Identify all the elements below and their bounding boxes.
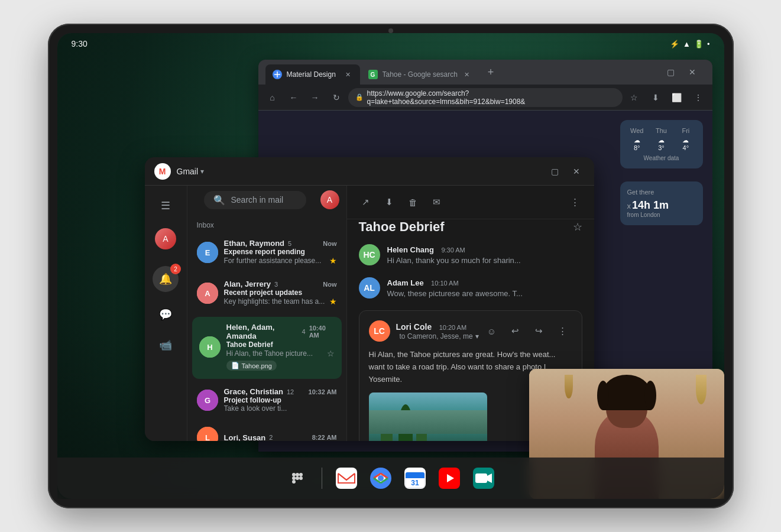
- more-options-button[interactable]: ⋮: [553, 322, 572, 340]
- sidebar-menu-icon[interactable]: ☰: [153, 193, 179, 219]
- tablet-frame: 9:30 ⚡ ▲ 🔋 • Material Design ✕: [48, 24, 734, 508]
- chrome-tab-material-design[interactable]: Material Design ✕: [265, 64, 360, 85]
- reload-button[interactable]: ↻: [327, 88, 346, 107]
- email-item[interactable]: L Lori, Susan 2 8:22 AM: [187, 421, 346, 441]
- email-sender-2: Alan, Jerrery: [224, 280, 271, 288]
- chrome-tab-bar: Material Design ✕ G Tahoe - Google sesar…: [258, 60, 712, 85]
- thread-item-2: AL Adam Lee 10:10 AM Wow, these pictures…: [359, 277, 582, 299]
- email-count-4: 12: [287, 388, 294, 395]
- home-button[interactable]: ⌂: [263, 88, 282, 107]
- thread-sender-1: Helen Chang: [387, 245, 434, 254]
- taskbar-calendar[interactable]: 31: [401, 465, 429, 492]
- tab-label-tahoe: Tahoe - Google sesarch: [383, 70, 458, 79]
- reply-time-3: 10:20 AM: [439, 324, 466, 331]
- svg-text:L: L: [205, 433, 210, 441]
- taskbar-gmail[interactable]: [333, 465, 360, 492]
- apps-grid-button[interactable]: [284, 465, 311, 492]
- chat-button[interactable]: 💬: [153, 301, 179, 327]
- sidebar-avatar[interactable]: A: [153, 226, 179, 252]
- email-count-3: 4: [302, 328, 306, 335]
- gmail-maximize-button[interactable]: ▢: [547, 163, 563, 180]
- attachment-chip: 📄 Tahoe.png: [226, 361, 277, 371]
- thread-preview-2: Wow, these picturese are awesome. T...: [387, 289, 582, 298]
- new-tab-button[interactable]: +: [482, 64, 499, 80]
- forward-button[interactable]: →: [306, 88, 325, 107]
- search-avatar: A: [320, 190, 339, 209]
- email-item-active[interactable]: H Helen, Adam, Amanda 4 10:40 AM Tahoe D…: [192, 317, 342, 379]
- taskbar-divider: [322, 468, 322, 489]
- weather-days: Wed ☁ 8° Thu ☁ 3° Fri ☁ 4°: [627, 127, 696, 151]
- wifi-icon: ▲: [683, 40, 691, 48]
- close-button[interactable]: ✕: [684, 64, 701, 80]
- email-item[interactable]: G Grace, Christian 12 10:32 AM Project f…: [187, 381, 346, 421]
- address-text: https://www.google.com/search?q=lake+tah…: [367, 89, 615, 106]
- detail-star-button[interactable]: ☆: [573, 220, 582, 233]
- email-time-3: 10:40 AM: [309, 325, 335, 339]
- delete-button[interactable]: 🗑: [404, 193, 423, 212]
- tab-label-material: Material Design: [287, 70, 336, 79]
- extensions-button[interactable]: ⬜: [667, 88, 686, 107]
- maximize-button[interactable]: ▢: [663, 64, 679, 80]
- lock-icon: 🔒: [355, 93, 364, 101]
- gmail-search-bar[interactable]: 🔍 Search in mail: [204, 191, 306, 209]
- more-button[interactable]: ⋮: [566, 193, 585, 212]
- email-subject-4: Project follow-up: [224, 396, 337, 404]
- address-bar[interactable]: 🔒 https://www.google.com/search?q=lake+t…: [348, 88, 623, 107]
- email-avatar: A: [197, 283, 218, 304]
- email-preview-3: Hi Alan, the Tahoe picture...: [226, 349, 313, 358]
- archive-button[interactable]: ⬇: [380, 193, 399, 212]
- svg-point-13: [299, 473, 303, 476]
- thread-time-1: 9:30 AM: [441, 246, 465, 254]
- search-placeholder[interactable]: Search in mail: [231, 195, 297, 205]
- taskbar-meet[interactable]: [470, 465, 497, 492]
- email-time-2: Now: [323, 281, 336, 288]
- meet-button[interactable]: 📹: [153, 332, 179, 358]
- email-count-2: 3: [274, 281, 278, 288]
- back-button[interactable]: ←: [284, 88, 303, 107]
- taskbar-youtube[interactable]: [436, 465, 463, 492]
- email-sender-3: Helen, Adam, Amanda: [226, 323, 299, 340]
- emoji-button[interactable]: ☺: [482, 322, 501, 340]
- attachment-label: Tahoe.png: [242, 362, 272, 369]
- meet-icon: 📹: [159, 339, 172, 352]
- taskbar-chrome[interactable]: [367, 465, 394, 492]
- svg-rect-25: [406, 476, 424, 478]
- bookmark-button[interactable]: ☆: [625, 88, 644, 107]
- travel-time: 14h 1m: [632, 199, 669, 212]
- gmail-title-bar: M Gmail ▾ ▢ ✕: [145, 157, 594, 186]
- email-item[interactable]: A Alan, Jerrery 3 Now Recent project upd…: [187, 274, 346, 314]
- download-button[interactable]: ⬇: [646, 88, 665, 107]
- gmail-close-button[interactable]: ✕: [568, 163, 585, 180]
- weather-data-label: Weather data: [627, 155, 696, 161]
- svg-text:H: H: [207, 343, 212, 352]
- menu-button[interactable]: ⋮: [689, 88, 708, 107]
- open-button[interactable]: ↗: [357, 193, 375, 212]
- mark-unread-button[interactable]: ✉: [427, 193, 446, 212]
- svg-point-21: [378, 475, 384, 481]
- camera: [388, 28, 393, 33]
- email-count-1: 5: [288, 240, 291, 247]
- svg-text:31: 31: [411, 479, 419, 487]
- notification-button[interactable]: 🔔 2: [153, 266, 179, 292]
- chrome-toolbar: ⌂ ← → ↻ 🔒 https://www.google.com/search?…: [258, 85, 712, 111]
- thread-sender-2: Adam Lee: [387, 278, 424, 287]
- svg-text:E: E: [205, 248, 210, 257]
- forward-button[interactable]: ↪: [530, 322, 549, 340]
- email-item[interactable]: E Ethan, Raymond 5 Now Expense report pe…: [187, 233, 346, 274]
- chrome-tab-tahoe[interactable]: G Tahoe - Google sesarch ✕: [361, 64, 479, 85]
- email-time-5: 8:22 AM: [312, 434, 337, 441]
- travel-title: Get there: [627, 189, 696, 196]
- svg-rect-18: [336, 468, 357, 489]
- gmail-logo: M: [154, 163, 171, 180]
- svg-point-14: [292, 476, 296, 480]
- travel-widget: Get there x 14h 1m from London: [620, 181, 703, 225]
- tab-close-2[interactable]: ✕: [462, 70, 472, 79]
- tab-close-1[interactable]: ✕: [343, 70, 353, 79]
- bluetooth-icon: ⚡: [670, 40, 679, 48]
- email-subject-3: Tahoe Debrief: [226, 340, 335, 349]
- inbox-label: Inbox: [187, 214, 346, 233]
- reply-button[interactable]: ↩: [506, 322, 525, 340]
- thread-avatar-1: HC: [359, 244, 380, 265]
- email-detail-title: Tahoe Debrief: [359, 219, 445, 235]
- weather-day-fri: Fri ☁ 4°: [676, 127, 695, 151]
